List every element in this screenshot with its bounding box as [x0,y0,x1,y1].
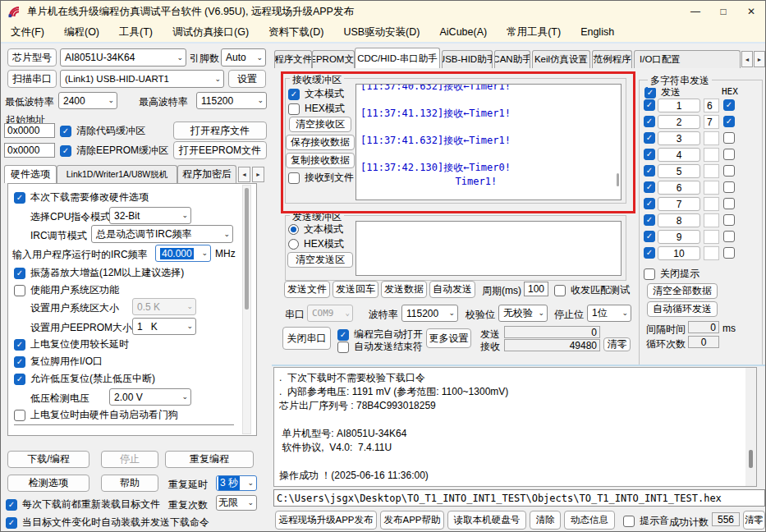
multi-row-aux-input[interactable]: 6 [704,99,719,112]
tab-examples[interactable]: 范例程序 [592,50,632,68]
tab-cdc-hid-serial[interactable]: CDC/HID-串口助手 [355,48,440,68]
receive-hex-mode-checkbox[interactable] [288,103,300,115]
loop-count-input[interactable]: 0 [688,336,719,348]
cpu-mode-select[interactable]: 32-Bit ⌄ [109,207,191,224]
save-receive-button[interactable]: 保存接收数据 [286,135,355,150]
menu-common-tools[interactable]: 常用工具(T) [507,25,561,39]
hw-lvr-checkbox[interactable] [14,374,25,385]
target-file-path-field[interactable]: C:\Users\jsgx\Desktop\TO_T1_INTO_INT1_TE… [273,489,765,507]
tab-scroll-right-icon[interactable]: ► [754,51,765,67]
clear-receive-button[interactable]: 清空接收区 [289,117,351,132]
tab-io-config[interactable]: I/O口配置 [634,50,741,68]
send-text-area[interactable] [355,221,622,276]
menu-debug-interface[interactable]: 调试仿真接口(G) [172,25,249,39]
multi-row-hex-checkbox[interactable] [723,165,735,177]
multi-row-hex-checkbox[interactable] [723,231,735,242]
send-hex-mode-radio[interactable] [288,239,299,250]
chip-model-select[interactable]: AI8051U-34K64 ⌄ [60,48,186,66]
clear-info-button[interactable]: 清除 [530,511,561,530]
info-scrollbar[interactable] [745,368,756,486]
multi-row-hex-checkbox[interactable] [723,247,735,259]
multi-row-aux-input[interactable] [704,181,719,195]
maximize-icon[interactable]: □ [709,1,737,22]
multi-row-checkbox[interactable] [644,231,655,242]
receive-to-file-checkbox[interactable] [288,172,300,184]
tab-scroll-left-icon[interactable]: ◄ [238,167,250,182]
read-disk-id-button[interactable]: 读取本机硬盘号 [447,511,526,530]
max-baud-select[interactable]: 115200 ⌄ [196,92,267,109]
close-tip-checkbox[interactable] [644,268,655,280]
baud-select[interactable]: 115200 ⌄ [401,305,458,322]
pin-count-select[interactable]: Auto ⌄ [221,48,266,66]
multi-row-text-input[interactable]: 7 [658,197,700,211]
scan-port-button[interactable]: 扫描串口 [7,70,57,88]
tab-scroll-left-icon[interactable]: ◄ [741,51,753,67]
hw-por-delay-checkbox[interactable] [14,339,25,351]
multi-row-checkbox[interactable] [644,132,655,144]
multi-row-checkbox[interactable] [644,181,655,193]
send-file-button[interactable]: 发送文件 [284,281,330,298]
close-port-button[interactable]: 关闭串口 [282,327,331,350]
sysarea-size-select[interactable]: 0.5 K ⌄ [132,298,196,315]
auto-open-checkbox[interactable] [337,329,349,341]
interval-input[interactable]: 0 [688,321,719,333]
copy-receive-button[interactable]: 复制接收数据 [286,153,355,168]
multi-row-text-input[interactable]: 1 [658,99,700,112]
multi-row-checkbox[interactable] [644,165,655,177]
beep-checkbox[interactable] [623,516,635,527]
multi-row-aux-input[interactable] [704,197,719,211]
menu-file[interactable]: 文件(F) [11,25,44,39]
stopbit-select[interactable]: 1位 ⌄ [587,305,631,322]
clear-eeprom-buffer-checkbox[interactable] [60,145,71,157]
minimize-icon[interactable]: — [681,1,709,22]
eeprom-size-select[interactable]: 1 K ⌄ [132,318,196,335]
clear-code-buffer-checkbox[interactable] [60,126,71,137]
auto-loop-send-button[interactable]: 自动循环发送 [647,301,718,317]
auto-send-button[interactable]: 自动发送 [429,281,475,298]
multi-row-hex-checkbox[interactable] [723,132,735,144]
settings-button[interactable]: 设置 [228,70,266,88]
receive-text-mode-checkbox[interactable] [288,89,300,100]
menu-usb-driver[interactable]: USB驱动安装(D) [343,25,420,39]
tab-keil-sim[interactable]: Keil仿真设置 [532,50,590,68]
open-program-file-button[interactable]: 打开程序文件 [173,122,267,140]
clear-send-button[interactable]: 清空发送区 [287,252,353,268]
receive-scrollbar-thumb[interactable] [617,173,619,186]
receive-log-area[interactable]: [11:37:40.632]接收←Timer1! [11:37:41.132]接… [355,84,622,200]
eeprom-start-address-input[interactable]: 0x0000 [4,143,55,158]
send-cr-button[interactable]: 发送回车 [333,281,378,298]
irc-mode-select[interactable]: 总是动态调节IRC频率 ⌄ [91,225,233,243]
more-settings-button[interactable]: 更多设置 [426,328,471,348]
multi-row-aux-input[interactable] [704,164,719,178]
multi-row-text-input[interactable]: 3 [658,131,700,145]
dynamic-info-button[interactable]: 动态信息 [564,511,615,530]
publish-help-button[interactable]: 发布APP帮助 [380,511,444,530]
com-port-select[interactable]: COM9 ⌄ [307,305,353,322]
multi-row-aux-input[interactable]: 7 [704,115,719,129]
info-log-area[interactable]: . 下次下载时不需要校验下载口令 . 内部参考电压: 1191 mV (参考范围… [273,367,757,487]
hw-rst-io-checkbox[interactable] [14,356,25,368]
repeat-delay-select[interactable]: 3 秒 ⌄ [216,475,257,491]
menu-english[interactable]: English [580,26,614,38]
auto-end-checkbox[interactable] [337,342,349,353]
multi-row-hex-checkbox[interactable] [723,214,735,226]
multi-row-hex-checkbox[interactable] [723,181,735,193]
hw-wdt-checkbox[interactable] [14,410,25,421]
multi-row-checkbox[interactable] [644,99,655,111]
hw-sysarea-checkbox[interactable] [14,285,25,296]
serial-port-select[interactable]: (Link1) USB-HID-UART1 ⌄ [60,70,224,88]
clear-counts-button[interactable]: 清零 [603,337,631,351]
multi-row-aux-input[interactable] [704,246,719,260]
close-icon[interactable]: ✕ [737,1,765,22]
multi-row-text-input[interactable]: 9 [658,230,700,244]
multi-row-text-input[interactable]: 5 [658,164,700,178]
repeat-program-button[interactable]: 重复编程 [165,451,254,468]
send-data-button[interactable]: 发送数据 [381,281,427,298]
reset-success-count-button[interactable]: 清零 [743,511,765,530]
multi-row-checkbox[interactable] [644,198,655,209]
multi-row-text-input[interactable]: 2 [658,115,700,129]
tab-program-file[interactable]: 程序文件 [274,50,312,68]
multi-row-text-input[interactable]: 4 [658,148,700,162]
help-button[interactable]: 帮助 [101,475,158,492]
autoload-checkbox[interactable] [6,517,17,529]
